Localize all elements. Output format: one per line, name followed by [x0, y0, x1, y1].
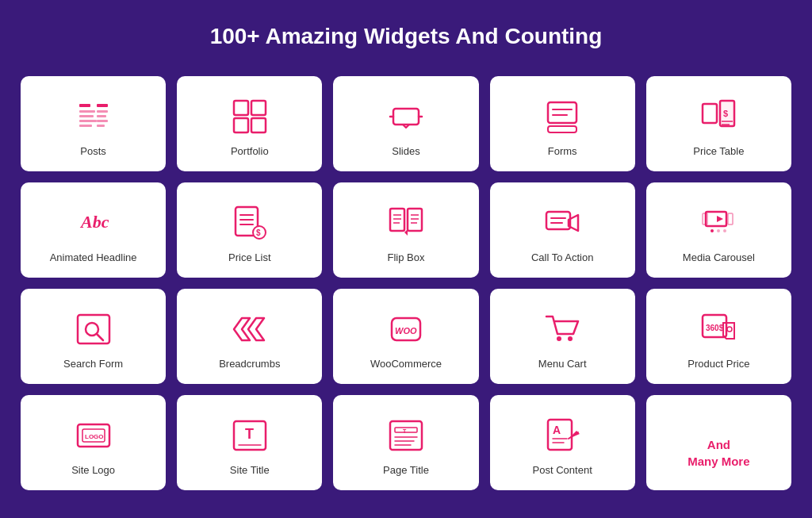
page-title-icon: T	[385, 415, 427, 456]
post-content-icon: A	[542, 415, 583, 456]
widget-flip-box[interactable]: Flip Box	[333, 182, 478, 278]
widget-menu-cart[interactable]: Menu Cart	[490, 289, 635, 384]
widget-product-price[interactable]: 360$ Product Price	[646, 289, 791, 384]
media-carousel-label: Media Carousel	[683, 251, 755, 263]
widget-media-carousel[interactable]: Media Carousel	[646, 182, 791, 278]
svg-text:$: $	[256, 228, 261, 237]
menu-cart-label: Menu Cart	[538, 358, 587, 370]
flip-box-label: Flip Box	[388, 251, 425, 263]
svg-rect-44	[728, 213, 733, 224]
post-content-label: Post Content	[533, 464, 592, 476]
animated-headline-icon: Abc	[73, 202, 114, 244]
breadcrumbs-label: Breadcrumbs	[219, 358, 280, 370]
price-list-icon: $	[229, 202, 270, 244]
widgets-grid: Posts Portfolio Slides	[16, 76, 796, 490]
widget-price-table[interactable]: $ Price Table	[646, 76, 791, 171]
site-logo-icon: LOGO	[73, 415, 114, 456]
widget-site-logo[interactable]: LOGO Site Logo	[21, 395, 166, 490]
svg-rect-7	[97, 115, 106, 117]
widget-call-to-action[interactable]: Call To Action	[490, 182, 635, 278]
svg-rect-15	[548, 102, 576, 123]
widget-animated-headline[interactable]: Abc Animated Headline	[21, 182, 166, 278]
widget-and-more[interactable]: AndMany More	[646, 395, 791, 490]
portfolio-label: Portfolio	[231, 145, 269, 157]
product-price-icon: 360$	[698, 309, 739, 350]
svg-rect-2	[79, 115, 94, 117]
portfolio-icon	[229, 96, 270, 137]
svg-point-54	[557, 336, 561, 341]
svg-text:WOO: WOO	[395, 326, 417, 336]
search-form-icon	[73, 309, 114, 350]
slides-icon	[385, 96, 427, 137]
svg-rect-14	[393, 109, 419, 125]
and-more-icon	[698, 420, 739, 436]
svg-point-47	[717, 229, 720, 232]
svg-point-55	[568, 336, 573, 341]
svg-text:Abc: Abc	[79, 212, 109, 232]
site-title-icon: T	[229, 415, 270, 456]
forms-icon	[542, 96, 583, 137]
svg-text:T: T	[403, 428, 407, 434]
svg-rect-3	[79, 120, 97, 122]
widget-woocommerce[interactable]: WOO WooCommerce	[333, 289, 478, 384]
widget-site-title[interactable]: T Site Title	[177, 395, 322, 490]
posts-label: Posts	[80, 145, 106, 157]
svg-rect-5	[97, 104, 108, 107]
slides-label: Slides	[392, 145, 419, 157]
svg-rect-0	[79, 104, 90, 107]
call-to-action-icon	[542, 202, 583, 244]
and-more-label: AndMany More	[688, 436, 749, 470]
widget-forms[interactable]: Forms	[490, 76, 635, 171]
widget-portfolio[interactable]: Portfolio	[177, 76, 322, 171]
widget-breadcrumbs[interactable]: Breadcrumbs	[177, 289, 322, 384]
widget-search-form[interactable]: Search Form	[21, 289, 166, 384]
widget-price-list[interactable]: $ Price List	[177, 182, 322, 278]
svg-rect-19	[703, 104, 717, 123]
svg-rect-10	[234, 101, 248, 115]
widget-page-title[interactable]: T Page Title	[333, 395, 478, 490]
page-title-label: Page Title	[383, 464, 429, 476]
svg-rect-31	[390, 209, 404, 231]
svg-rect-35	[408, 209, 422, 231]
product-price-label: Product Price	[688, 358, 749, 370]
svg-line-51	[97, 334, 103, 340]
forms-label: Forms	[548, 145, 577, 157]
price-list-label: Price List	[228, 251, 270, 263]
price-table-label: Price Table	[693, 145, 744, 157]
svg-rect-39	[546, 212, 570, 229]
widget-slides[interactable]: Slides	[333, 76, 478, 171]
svg-rect-42	[706, 212, 726, 226]
svg-rect-49	[78, 315, 109, 343]
svg-text:LOGO: LOGO	[85, 433, 104, 440]
svg-marker-43	[717, 216, 723, 222]
site-logo-label: Site Logo	[71, 464, 115, 476]
search-form-label: Search Form	[63, 358, 123, 370]
svg-rect-16	[548, 126, 576, 132]
svg-rect-11	[251, 101, 266, 115]
site-title-label: Site Title	[230, 464, 270, 476]
posts-icon	[73, 96, 114, 137]
price-table-icon: $	[698, 96, 739, 137]
call-to-action-label: Call To Action	[531, 251, 594, 263]
page-header: 100+ Amazing Widgets And Counting	[16, 16, 796, 57]
svg-rect-13	[251, 118, 266, 132]
menu-cart-icon	[542, 309, 583, 350]
svg-text:360$: 360$	[706, 324, 724, 332]
svg-text:A: A	[553, 424, 561, 436]
svg-point-48	[723, 229, 726, 232]
svg-rect-12	[234, 118, 248, 132]
breadcrumbs-icon	[229, 309, 270, 350]
svg-rect-8	[97, 120, 108, 122]
widget-post-content[interactable]: A Post Content	[490, 395, 635, 490]
svg-rect-6	[97, 110, 108, 113]
woocommerce-icon: WOO	[385, 309, 427, 350]
svg-point-46	[710, 229, 714, 232]
svg-point-58	[727, 327, 732, 332]
widget-posts[interactable]: Posts	[21, 76, 166, 171]
svg-rect-9	[97, 125, 105, 127]
flip-box-icon	[385, 202, 427, 244]
animated-headline-label: Animated Headline	[50, 251, 137, 263]
svg-rect-1	[79, 110, 95, 113]
svg-text:$: $	[723, 109, 728, 118]
svg-rect-4	[79, 125, 92, 127]
